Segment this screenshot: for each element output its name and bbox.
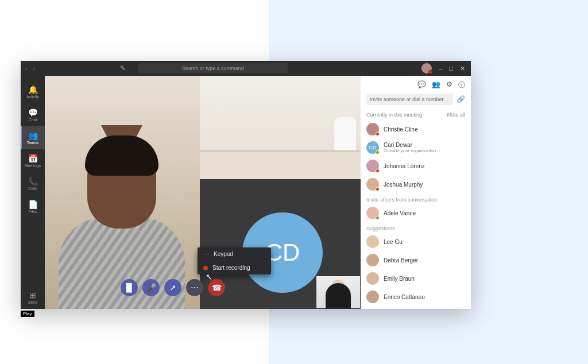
rail-label: Meetings <box>25 164 41 168</box>
participant-row[interactable]: CD Cari DewarOutside your organization <box>361 138 471 157</box>
rail-label: Store <box>28 300 38 304</box>
participant-video-secondary <box>200 76 361 179</box>
call-controls: ▉ 🎤 ↗ ⋯ ☎ <box>121 279 225 296</box>
store-icon: ⊞ <box>29 291 36 299</box>
hangup-icon: ☎ <box>212 283 222 292</box>
menu-label: Start recording <box>212 265 250 271</box>
minimize-button[interactable]: – <box>439 65 442 72</box>
participant-name: Enrico Cattaneo <box>384 294 425 300</box>
participant-row[interactable]: Debra Berger <box>361 251 471 269</box>
phone-icon: 📞 <box>28 177 38 185</box>
participant-row[interactable]: Emily Braun <box>361 269 471 288</box>
panel-tabs: 💬 👥 ⚙ ⓘ <box>361 76 471 94</box>
avatar <box>366 160 379 172</box>
menu-start-recording[interactable]: Start recording <box>198 261 271 274</box>
search-input[interactable]: Search or type a command <box>138 63 288 73</box>
participant-name: Cari Dewar <box>384 142 436 148</box>
files-icon: 📄 <box>28 200 38 208</box>
forward-button[interactable]: › <box>33 65 34 72</box>
presence-dot <box>376 169 380 173</box>
rail-files[interactable]: 📄 Files <box>21 195 45 218</box>
participant-row[interactable]: Adele Vance <box>361 204 471 222</box>
avatar <box>366 207 379 219</box>
participant-name: Adele Vance <box>384 210 416 216</box>
presence-dot <box>376 150 380 154</box>
calendar-icon: 📅 <box>28 154 38 162</box>
rail-calls[interactable]: 📞 Calls <box>21 172 45 195</box>
participant-name: Lee Gu <box>384 239 403 245</box>
window-controls: – □ ✕ <box>421 63 471 73</box>
rail-activity[interactable]: 🔔 Activity <box>21 80 45 103</box>
chat-tab-icon[interactable]: 💬 <box>417 80 426 90</box>
menu-label: Keypad <box>214 251 233 257</box>
keypad-icon: ⋯ <box>203 251 209 257</box>
rail-meetings[interactable]: 📅 Meetings <box>21 149 45 172</box>
rail-label: Activity <box>26 95 39 99</box>
participant-name: Christie Cline <box>384 126 417 133</box>
mute-all-button[interactable]: Mute all <box>447 112 465 118</box>
presence-dot <box>376 132 380 136</box>
search-placeholder: Search or type a command <box>182 65 244 71</box>
participants-panel: 💬 👥 ⚙ ⓘ 🔗 Currently in this meeting Mute… <box>361 76 471 309</box>
people-tab-icon[interactable]: 👥 <box>432 80 440 90</box>
participant-name: Emily Braun <box>384 276 415 282</box>
participant-row[interactable]: Enrico Cattaneo <box>361 288 471 306</box>
compose-icon[interactable]: ✎ <box>120 64 126 72</box>
avatar <box>366 178 379 191</box>
camera-icon: ▉ <box>126 283 133 292</box>
back-button[interactable]: ‹ <box>25 65 27 72</box>
avatar <box>366 254 379 266</box>
hangup-button[interactable]: ☎ <box>208 279 225 296</box>
participant-row[interactable]: Lee Gu <box>361 233 471 251</box>
settings-icon[interactable]: ⚙ <box>446 80 452 90</box>
maximize-button[interactable]: □ <box>449 65 453 72</box>
info-icon[interactable]: ⓘ <box>458 80 465 90</box>
video-stage: CD ⋯ Keypad Start recording ↖ ▉ 🎤 ↗ ⋯ <box>45 76 361 309</box>
participant-name: Joshua Murphy <box>384 181 423 188</box>
camera-button[interactable]: ▉ <box>121 279 138 296</box>
presence-dot <box>428 70 432 74</box>
mic-icon: 🎤 <box>146 283 156 292</box>
mic-button[interactable]: 🎤 <box>142 279 160 296</box>
titlebar: ‹ › ✎ Search or type a command – □ ✕ <box>21 61 471 76</box>
teams-icon: 👥 <box>28 131 38 140</box>
app-body: 🔔 Activity 💬 Chat 👥 Teams 📅 Meetings 📞 C… <box>21 76 471 309</box>
self-video-preview[interactable] <box>316 276 361 309</box>
presence-dot <box>376 216 380 220</box>
rail-store[interactable]: ⊞ Store Play <box>21 286 45 309</box>
more-button[interactable]: ⋯ <box>186 279 203 296</box>
teams-app-window: ‹ › ✎ Search or type a command – □ ✕ 🔔 A… <box>21 61 471 309</box>
left-rail: 🔔 Activity 💬 Chat 👥 Teams 📅 Meetings 📞 C… <box>21 76 45 309</box>
invite-input[interactable] <box>366 94 453 105</box>
participant-video-main <box>45 76 200 309</box>
rail-label: Calls <box>28 187 37 191</box>
section-label: Invite others from conversation <box>361 193 471 204</box>
more-icon: ⋯ <box>191 283 199 292</box>
more-actions-menu: ⋯ Keypad Start recording <box>198 247 271 274</box>
play-hint: Play <box>21 311 34 317</box>
section-label: Suggestions <box>361 222 471 233</box>
close-button[interactable]: ✕ <box>460 65 465 72</box>
copy-link-icon[interactable]: 🔗 <box>457 95 465 103</box>
menu-keypad[interactable]: ⋯ Keypad <box>198 247 271 261</box>
avatar: CD <box>366 141 379 154</box>
rail-label: Files <box>29 210 37 214</box>
chat-icon: 💬 <box>28 109 38 117</box>
share-button[interactable]: ↗ <box>164 279 181 296</box>
rail-chat[interactable]: 💬 Chat <box>21 103 45 126</box>
avatar <box>366 123 379 135</box>
presence-dot <box>376 187 380 191</box>
share-icon: ↗ <box>169 283 176 292</box>
participant-row[interactable]: Joshua Murphy <box>361 175 471 193</box>
invite-row: 🔗 <box>361 94 471 110</box>
rail-teams[interactable]: 👥 Teams <box>21 126 45 149</box>
participant-row[interactable]: Johanna Lorenz <box>361 157 471 175</box>
nav-arrows: ‹ › <box>21 65 40 72</box>
rail-label: Teams <box>27 141 39 145</box>
current-header: Currently in this meeting Mute all <box>361 110 471 120</box>
rail-label: Chat <box>29 118 37 122</box>
section-label: Currently in this meeting <box>366 112 422 118</box>
participant-row[interactable]: Christie Cline <box>361 120 471 138</box>
record-icon <box>203 266 208 270</box>
profile-avatar[interactable] <box>421 63 432 73</box>
